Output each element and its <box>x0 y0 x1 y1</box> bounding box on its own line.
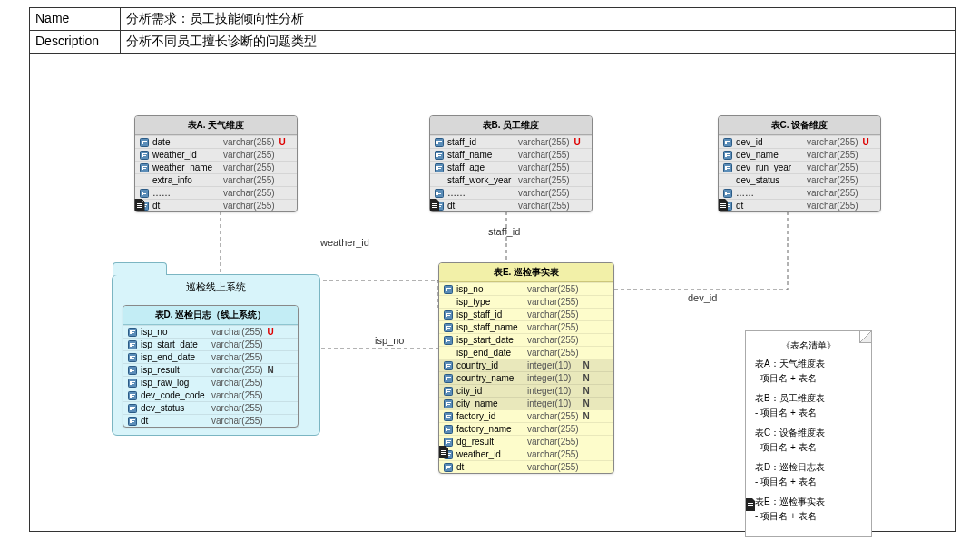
column-name: dev_status <box>141 403 211 413</box>
column-name: dg_result <box>456 437 527 447</box>
table-d-title: 表D. 巡检日志（线上系统） <box>123 306 298 325</box>
table-row: isp_end_datevarchar(255) <box>439 346 613 359</box>
column-type: integer(10) <box>527 386 580 396</box>
table-c-title: 表C. 设备维度 <box>719 116 880 135</box>
table-row: dtvarchar(255) <box>430 199 592 211</box>
blank-icon <box>434 176 445 185</box>
edge-label-weather: weather_id <box>320 237 369 248</box>
svg-rect-34 <box>438 168 441 169</box>
table-a: 表A. 天气维度 datevarchar(255)Uweather_idvarc… <box>134 115 298 212</box>
table-row: staff_idvarchar(255)U <box>430 135 592 148</box>
svg-rect-156 <box>748 503 753 504</box>
svg-rect-91 <box>132 394 135 395</box>
column-type: varchar(255) <box>211 339 264 349</box>
svg-rect-60 <box>727 192 730 192</box>
column-name: …… <box>447 188 518 198</box>
column-name: dev_code_code <box>141 390 211 400</box>
svg-rect-36 <box>436 192 438 195</box>
table-row: country_idinteger(10)N <box>439 359 613 371</box>
svg-rect-134 <box>446 415 447 418</box>
svg-rect-115 <box>447 339 451 339</box>
column-flag: U <box>276 137 289 147</box>
column-type: varchar(255) <box>518 175 571 185</box>
column-name: isp_end_date <box>141 352 211 362</box>
svg-rect-1 <box>142 141 143 144</box>
svg-rect-139 <box>447 428 451 428</box>
svg-rect-130 <box>446 402 447 406</box>
column-name: isp_staff_name <box>456 322 527 332</box>
table-b-rows: staff_idvarchar(255)Ustaff_namevarchar(2… <box>430 135 592 211</box>
blank-icon <box>443 298 454 307</box>
svg-rect-20 <box>137 203 142 204</box>
column-name: city_id <box>456 386 527 396</box>
column-name: dt <box>447 201 518 211</box>
column-name: factory_id <box>456 411 527 421</box>
column-name: city_name <box>456 398 527 408</box>
svg-rect-47 <box>725 141 727 144</box>
note-items: 表A：天气维度表- 项目名 + 表名表B：员工维度表- 项目名 + 表名表C：设… <box>755 357 862 524</box>
column-name: dev_name <box>736 150 807 160</box>
key-icon <box>722 163 733 172</box>
key-icon <box>434 189 445 198</box>
table-row: country_nameinteger(10)N <box>439 371 613 384</box>
edge-label-isp: isp_no <box>375 335 404 346</box>
header-name-value: 分析需求：员工技能倾向性分析 <box>121 8 956 30</box>
column-name: isp_start_date <box>141 339 211 349</box>
column-type: integer(10) <box>527 398 580 408</box>
table-row: staff_agevarchar(255) <box>430 161 592 173</box>
svg-rect-61 <box>727 193 730 194</box>
key-icon <box>443 374 454 383</box>
table-b-title: 表B. 员工维度 <box>430 116 592 135</box>
column-type: varchar(255) <box>211 378 264 388</box>
column-type: varchar(255) <box>527 310 580 320</box>
svg-rect-56 <box>727 166 730 167</box>
svg-rect-90 <box>130 394 132 398</box>
table-row: ……varchar(255) <box>430 186 592 199</box>
svg-rect-68 <box>720 207 726 208</box>
note-item-title: 表A：天气维度表 <box>755 357 862 371</box>
table-e-title: 表E. 巡检事实表 <box>439 263 613 282</box>
key-icon <box>443 425 454 434</box>
note-item: 表E：巡检事实表- 项目名 + 表名 <box>755 495 862 524</box>
svg-rect-83 <box>132 369 135 369</box>
table-row: dev_run_yearvarchar(255) <box>719 161 880 173</box>
column-type: varchar(255) <box>527 462 580 472</box>
key-icon <box>127 340 138 349</box>
svg-rect-43 <box>432 203 437 204</box>
header-desc-value: 分析不同员工擅长诊断的问题类型 <box>121 31 956 53</box>
column-name: isp_type <box>456 297 527 307</box>
svg-rect-100 <box>132 421 134 422</box>
key-icon <box>434 163 445 172</box>
svg-rect-119 <box>447 364 451 365</box>
table-b: 表B. 员工维度 staff_idvarchar(255)Ustaff_name… <box>429 115 593 212</box>
table-row: isp_end_datevarchar(255) <box>123 350 298 363</box>
table-row: isp_raw_logvarchar(255) <box>123 376 298 389</box>
folder-tab <box>113 262 167 275</box>
table-row: city_nameinteger(10)N <box>439 397 613 409</box>
table-d-rows: isp_novarchar(255)Uisp_start_datevarchar… <box>123 325 298 427</box>
column-type: varchar(255) <box>223 188 276 198</box>
table-d: 表D. 巡检日志（线上系统） isp_novarchar(255)Uisp_st… <box>122 305 299 428</box>
svg-rect-57 <box>727 168 730 169</box>
svg-rect-138 <box>446 428 447 431</box>
key-icon <box>127 404 138 413</box>
key-icon <box>722 151 733 160</box>
svg-rect-2 <box>143 141 147 142</box>
svg-rect-15 <box>143 193 146 194</box>
svg-rect-76 <box>132 345 134 346</box>
svg-rect-152 <box>447 467 450 468</box>
column-type: varchar(255) <box>211 403 264 413</box>
svg-rect-28 <box>436 153 438 157</box>
note-item-title: 表D：巡检日志表 <box>755 460 862 475</box>
column-name: isp_result <box>141 365 211 375</box>
column-type: integer(10) <box>527 360 580 370</box>
column-name: isp_no <box>141 327 211 337</box>
column-type: integer(10) <box>527 373 580 383</box>
column-type: varchar(255) <box>527 284 580 294</box>
column-type: varchar(255) <box>518 201 571 211</box>
column-flag: N <box>580 411 593 421</box>
column-name: …… <box>152 188 223 198</box>
svg-rect-158 <box>748 507 753 507</box>
key-icon <box>722 189 733 198</box>
column-type: varchar(255) <box>518 137 571 147</box>
